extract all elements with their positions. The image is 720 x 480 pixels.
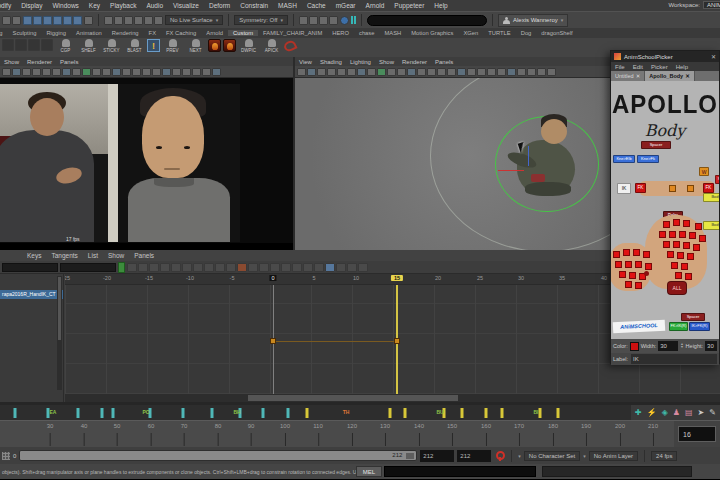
menu-item[interactable]: Audio — [141, 2, 168, 9]
s-button[interactable]: S — [715, 175, 719, 184]
ruler-tick[interactable]: -25 — [65, 275, 70, 281]
frame-number[interactable]: 110 — [313, 423, 323, 429]
wrist-control[interactable] — [687, 185, 694, 192]
frame-number[interactable]: 170 — [514, 423, 524, 429]
range-handle[interactable] — [406, 453, 414, 459]
viewport-toolbar-icon[interactable] — [122, 68, 131, 76]
panel-menu-item[interactable]: Show — [0, 59, 23, 65]
viewport-toolbar-icon[interactable] — [397, 68, 406, 76]
tangent-icon[interactable] — [171, 263, 181, 272]
shelf-tab[interactable]: TURTLE — [483, 30, 515, 36]
viewport-toolbar-icon[interactable] — [537, 68, 546, 76]
viewport-toolbar-icon[interactable] — [427, 68, 436, 76]
menu-item[interactable]: Visualize — [168, 2, 204, 9]
ruler-tick[interactable]: 20 — [435, 275, 441, 281]
construction-icon[interactable] — [124, 16, 133, 25]
close-tab-icon[interactable]: ✕ — [636, 73, 641, 79]
ruler-tick[interactable]: 25 — [477, 275, 483, 281]
fk-button[interactable]: FK — [703, 183, 714, 193]
viewport-toolbar-icon[interactable] — [337, 68, 346, 76]
viewport-toolbar-icon[interactable] — [357, 68, 366, 76]
ruler-tick[interactable]: 15 — [391, 275, 403, 281]
viewport-toolbar-icon[interactable] — [417, 68, 426, 76]
finger-control[interactable] — [643, 251, 650, 258]
panel-menu-item[interactable]: Show — [375, 59, 398, 65]
all-button[interactable]: ALL — [667, 281, 687, 295]
graph-editor-menu-item[interactable]: Tangents — [46, 252, 82, 259]
render-globe-icon[interactable] — [340, 16, 349, 25]
character-icon[interactable]: ♟ — [673, 408, 680, 417]
finger-control[interactable] — [671, 262, 678, 269]
viewport-toolbar-icon[interactable] — [92, 68, 101, 76]
grid-icon[interactable] — [2, 452, 10, 460]
time-slider-ruler[interactable]: 3040506070809010011012013014015016017018… — [0, 420, 720, 447]
viewport-toolbar-icon[interactable] — [212, 68, 221, 76]
pencil-icon[interactable]: ✎ — [709, 408, 716, 417]
picker-menu-item[interactable]: File — [611, 64, 629, 70]
menu-item[interactable]: Display — [16, 2, 47, 9]
playback-end-field[interactable]: 212 — [420, 450, 454, 462]
viewport-toolbar-icon[interactable] — [467, 68, 476, 76]
shelf-tab[interactable]: FAMILY_CHAIR_ANIM — [258, 30, 327, 36]
viewport-toolbar-icon[interactable] — [32, 68, 41, 76]
finger-control[interactable] — [689, 232, 696, 239]
key-tick[interactable] — [112, 408, 115, 418]
menu-item[interactable]: Constrain — [235, 2, 273, 9]
menu-item[interactable]: Puppeteer — [389, 2, 429, 9]
shelf-tab[interactable]: dragonShelf — [536, 30, 577, 36]
tangent-icon[interactable] — [204, 263, 214, 272]
graph-editor-menu-item[interactable]: Show — [103, 252, 129, 259]
shelf-tab[interactable]: FX Caching — [161, 30, 201, 36]
graph-filter-field[interactable] — [2, 263, 58, 272]
knee-fk-button[interactable]: Kne>Fk — [637, 155, 659, 163]
range-slider-bar[interactable]: 212 — [19, 450, 417, 461]
tangent-icon[interactable] — [160, 263, 170, 272]
snap-icon[interactable] — [63, 16, 72, 25]
finger-control[interactable] — [699, 235, 706, 242]
finger-control[interactable] — [685, 273, 692, 280]
finger-control[interactable] — [679, 231, 686, 238]
ruler-tick[interactable]: 0 — [269, 275, 276, 281]
ruler-tick[interactable]: 40 — [601, 275, 607, 281]
finger-control[interactable] — [677, 252, 684, 259]
key-tick[interactable] — [211, 408, 214, 418]
finger-control[interactable] — [635, 282, 642, 289]
finger-control[interactable] — [635, 261, 642, 268]
viewport-toolbar-icon[interactable] — [457, 68, 466, 76]
bookmark-label[interactable]: PO — [142, 409, 149, 415]
viewport-toolbar-icon[interactable] — [547, 68, 556, 76]
finger-control[interactable] — [619, 271, 626, 278]
viewport-toolbar-icon[interactable] — [182, 68, 191, 76]
bookmark-label[interactable]: BH — [233, 409, 240, 415]
elbow-control[interactable] — [669, 185, 676, 192]
shelf-tab[interactable]: FX — [144, 30, 161, 36]
viewport-toolbar-icon[interactable] — [487, 68, 496, 76]
shelf-button[interactable]: CGP — [55, 39, 76, 54]
finger-control[interactable] — [613, 251, 620, 258]
key-tick[interactable] — [539, 408, 542, 418]
panel-menu-item[interactable]: View — [295, 59, 316, 65]
menu-item[interactable]: Help — [429, 2, 452, 9]
viewport-toolbar-icon[interactable] — [12, 68, 21, 76]
scene-canvas[interactable] — [295, 78, 612, 250]
shelf-button[interactable]: PREV — [162, 39, 183, 54]
shelf-button[interactable]: BLAST — [124, 39, 145, 54]
symmetry-dropdown[interactable]: Symmetry: Off ▾ — [234, 15, 288, 25]
key-tick[interactable] — [101, 408, 104, 418]
lock-icon[interactable] — [84, 16, 93, 25]
viewport-toolbar-icon[interactable] — [192, 68, 201, 76]
frame-number[interactable]: 210 — [648, 423, 658, 429]
exclamation-shelf-button[interactable]: ! — [147, 39, 160, 52]
user-account-chip[interactable]: Alexis Wanneroy ▾ — [498, 14, 568, 27]
picker-menu-item[interactable]: Edit — [629, 64, 647, 70]
spacer-button[interactable]: Spacer — [681, 313, 705, 321]
menu-item[interactable]: Playback — [105, 2, 141, 9]
viewport-toolbar-icon[interactable] — [497, 68, 506, 76]
fk-button[interactable]: FK — [635, 183, 646, 193]
body-tag-button[interactable]: Body — [703, 221, 719, 230]
tangent-icon[interactable] — [281, 263, 291, 272]
finger-control[interactable] — [629, 272, 636, 279]
construction-icon[interactable] — [154, 16, 163, 25]
snap-icon[interactable] — [33, 16, 42, 25]
color-swatch[interactable] — [630, 342, 639, 351]
